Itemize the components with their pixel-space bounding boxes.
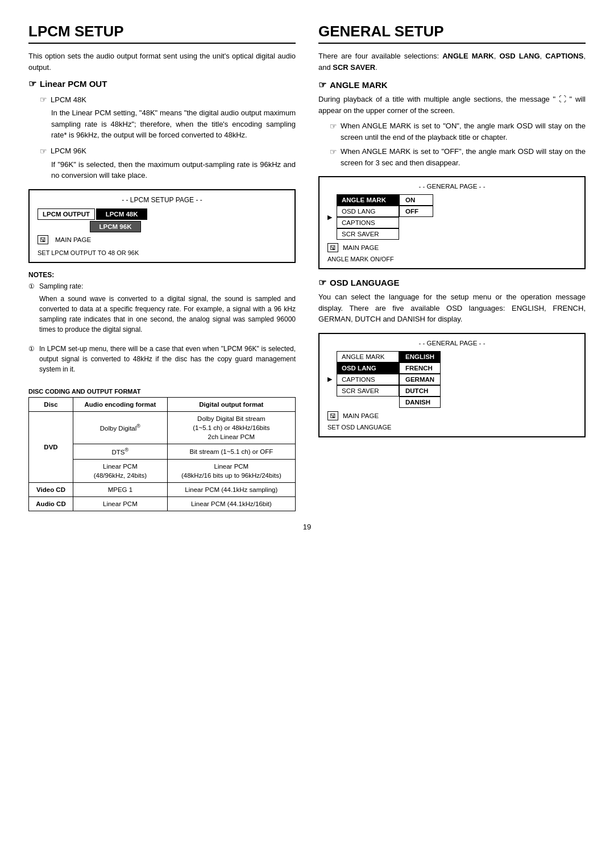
angle-box-inner: ANGLE MARK OSD LANG CAPTIONS SCR SAVER O…: [337, 194, 433, 240]
angle-bullet-2: ☞ When ANGLE MARK is set to "OFF", the a…: [330, 146, 586, 168]
videocd-disc-cell: Video CD: [29, 482, 73, 496]
lpcm-box-footer: SET LPCM OUTPUT TO 48 OR 96K: [38, 249, 287, 256]
angle-mark-label: ANGLE MARK: [330, 80, 388, 90]
angle-box-content: ▶ ANGLE MARK OSD LANG CAPTIONS SCR SAVER…: [327, 194, 576, 240]
linear-pcm-out-label: Linear PCM OUT: [40, 79, 107, 89]
bullet-sym-1: ☞: [330, 120, 337, 143]
mpeg1-audio-cell: MPEG 1: [73, 482, 168, 496]
angle-box-title: - - GENERAL PAGE - -: [327, 183, 576, 190]
note-item-2: ① In LPCM set-up menu, there will be a c…: [28, 344, 296, 379]
german-lang: GERMAN: [399, 374, 441, 385]
left-column: LPCM SETUP This option sets the audio ou…: [28, 23, 296, 511]
osd-language-box: - - GENERAL PAGE - - ▶ ANGLE MARK OSD LA…: [318, 333, 586, 437]
dts-audio-cell: DTS®: [73, 444, 168, 459]
on-value: ON: [399, 194, 433, 206]
note-item-1: ① Sampling rate: When a sound wave is co…: [28, 281, 296, 339]
disc-table-header-row: Disc Audio encoding format Digital outpu…: [29, 397, 296, 411]
general-intro: There are four available selections: ANG…: [318, 51, 586, 73]
english-lang: ENGLISH: [399, 351, 441, 362]
osd-box-title: - - GENERAL PAGE - -: [327, 340, 576, 347]
table-row: Video CD MPEG 1 Linear PCM (44.1kHz samp…: [29, 482, 296, 496]
disc-table-section: DISC CODING AND OUTPUT FORMAT Disc Audio…: [28, 388, 296, 512]
angle-icon: ⛶: [559, 95, 566, 103]
angle-mark-body: During playback of a title with multiple…: [318, 94, 586, 116]
phone-icon-angle: ☞: [318, 80, 326, 90]
disc-col-header: Disc: [29, 397, 73, 411]
osd-box-inner: ANGLE MARK OSD LANG CAPTIONS SCR SAVER E…: [337, 351, 441, 408]
main-page-icon-osd: 🖫: [327, 411, 338, 420]
notes-section: NOTES: ① Sampling rate: When a sound wav…: [28, 271, 296, 379]
osd-arrow-indicator: ▶: [327, 375, 332, 383]
angle-box-footer: ANGLE MARK ON/OFF: [327, 256, 576, 262]
osd-captions-row: CAPTIONS: [337, 374, 399, 385]
lpcm-96k-body: If "96K" is selected, then the maximum o…: [51, 159, 296, 181]
angle-mark-row: ANGLE MARK: [337, 194, 399, 206]
osd-osdlang-row: OSD LANG: [337, 362, 399, 374]
lpcm-intro: This option sets the audio output format…: [28, 51, 296, 73]
lpcm-main-page-label: MAIN PAGE: [51, 235, 102, 245]
lpcm-48k-body: In the Linear PCM setting, "48K" means "…: [51, 107, 296, 141]
dolby-audio-cell: Dolby Digital®: [73, 411, 168, 444]
linear-pcm-audio-cell2: Linear PCM: [73, 497, 168, 511]
lpcm-box-row2: LPCM 96K: [90, 221, 287, 232]
lpcm-box-row1: LPCM OUTPUT LPCM 48K: [38, 208, 287, 220]
osd-lang-intro-bold: OSD LANG: [499, 52, 540, 60]
osd-arrow-col: ▶: [327, 351, 337, 408]
notes-title: NOTES:: [28, 271, 296, 279]
mpeg1-digital-cell: Linear PCM (44.1kHz sampling): [167, 482, 295, 496]
off-value: OFF: [399, 206, 433, 217]
osd-language-body: You can select the language for the setu…: [318, 291, 586, 325]
angle-bullet-1: ☞ When ANGLE MARK is set to "ON", the an…: [330, 120, 586, 143]
angle-arrow-indicator: ▶: [327, 214, 332, 221]
dutch-lang: DUTCH: [399, 385, 441, 397]
angle-bullet-text-2: When ANGLE MARK is set to "OFF", the ang…: [341, 146, 586, 168]
captions-intro-bold: CAPTIONS: [545, 52, 583, 60]
dolby-digital-cell: Dolby Digital Bit stream(1~5.1 ch) or 48…: [167, 411, 295, 444]
lpcm-48k-section: ☞ LPCM 48K In the Linear PCM setting, "4…: [40, 95, 296, 141]
osd-left-items: ANGLE MARK OSD LANG CAPTIONS SCR SAVER: [337, 351, 399, 408]
digital-col-header: Digital output format: [167, 397, 295, 411]
lpcm-output-cell: LPCM OUTPUT: [38, 208, 95, 220]
linear-pcm-audio-cell: Linear PCM(48/96kHz, 24bits): [73, 459, 168, 482]
lpcm-box-title: - - LPCM SETUP PAGE - -: [38, 196, 287, 204]
disc-table-title: DISC CODING AND OUTPUT FORMAT: [28, 388, 296, 395]
angle-right-values: ON OFF: [399, 194, 433, 240]
lpcm-48k-cell: LPCM 48K: [96, 208, 147, 220]
sampling-rate-title: Sampling rate:: [39, 281, 296, 291]
linear-pcm-digital-cell: Linear PCM(48kHz/16 bits up to 96kHz/24b…: [167, 459, 295, 482]
table-row: DVD Dolby Digital® Dolby Digital Bit str…: [29, 411, 296, 444]
lpcm-96k-heading: ☞ LPCM 96K: [40, 147, 296, 156]
note-text-2: In LPCM set-up menu, there will be a cas…: [39, 344, 296, 374]
angle-mark-intro-bold: ANGLE MARK: [442, 52, 494, 60]
right-column: GENERAL SETUP There are four available s…: [318, 23, 586, 511]
osd-right-langs: ENGLISH FRENCH GERMAN DUTCH DANISH: [399, 351, 441, 408]
phone-icon-linear: ☞: [28, 78, 36, 89]
phone-icon-48k: ☞: [40, 95, 47, 104]
note-text-1: Sampling rate: When a sound wave is conv…: [39, 281, 296, 339]
scr-saver-row: SCR SAVER: [337, 228, 399, 240]
danish-lang: DANISH: [399, 397, 441, 408]
disc-table: Disc Audio encoding format Digital outpu…: [28, 397, 296, 512]
bullet-sym-2: ☞: [330, 146, 337, 168]
angle-arrow-col: ▶: [327, 194, 337, 240]
general-title: GENERAL SETUP: [318, 23, 586, 44]
osd-scrsaver-row: SCR SAVER: [337, 385, 399, 397]
angle-main-page-label: MAIN PAGE: [343, 244, 379, 251]
french-lang: FRENCH: [399, 362, 441, 374]
osd-language-heading: ☞ OSD LANGUAGE: [318, 277, 586, 288]
lpcm-96k-section: ☞ LPCM 96K If "96K" is selected, then th…: [40, 147, 296, 181]
dvd-disc-cell: DVD: [29, 411, 73, 482]
note-num-1: ①: [28, 281, 35, 339]
main-page-icon-lpcm: 🖫: [38, 235, 48, 244]
linear-pcm-out-heading: ☞ Linear PCM OUT: [28, 78, 296, 89]
lpcm-96k-cell: LPCM 96K: [90, 221, 141, 232]
sampling-rate-body: When a sound wave is converted to a digi…: [39, 294, 296, 335]
angle-main-page-row: 🖫 MAIN PAGE: [327, 243, 576, 252]
dts-digital-cell: Bit stream (1~5.1 ch) or OFF: [167, 444, 295, 459]
angle-left-items: ANGLE MARK OSD LANG CAPTIONS SCR SAVER: [337, 194, 399, 240]
lpcm-main-page-row: 🖫 MAIN PAGE: [38, 235, 287, 245]
table-row: Audio CD Linear PCM Linear PCM (44.1kHz/…: [29, 497, 296, 511]
angle-mark-heading: ☞ ANGLE MARK: [318, 80, 586, 90]
phone-icon-osd: ☞: [318, 277, 326, 288]
osd-lang-row: OSD LANG: [337, 206, 399, 217]
